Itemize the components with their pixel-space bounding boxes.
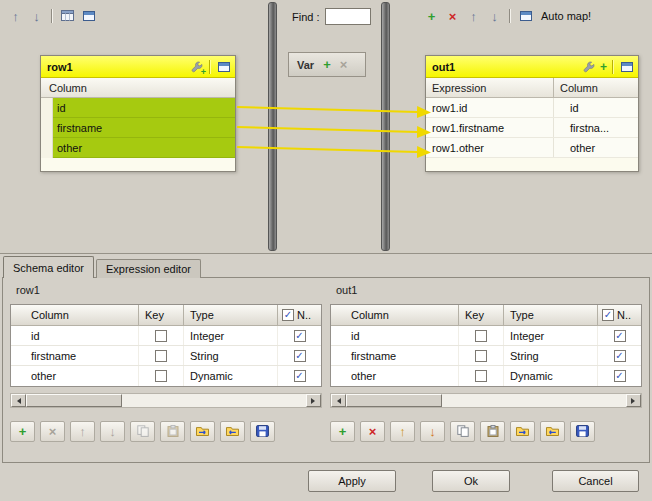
expression-cell[interactable]: row1.id	[426, 98, 554, 117]
type-header[interactable]: Type	[184, 305, 278, 325]
paste-button[interactable]	[480, 421, 505, 442]
find-input[interactable]	[325, 8, 371, 25]
tab-schema-editor[interactable]: Schema editor	[3, 256, 94, 278]
column-name-cell[interactable]: firstname	[11, 346, 139, 365]
schema-row-firstname[interactable]: firstname String	[11, 346, 321, 366]
add-column-button[interactable]: +	[600, 61, 607, 73]
expression-header[interactable]: Expression	[426, 78, 554, 97]
type-cell[interactable]: String	[184, 346, 278, 365]
window-view-button[interactable]	[79, 7, 98, 25]
column-header[interactable]: Column	[331, 305, 459, 325]
scroll-track[interactable]	[122, 394, 306, 407]
save-schema-button[interactable]	[250, 421, 275, 442]
column-header[interactable]: Column	[554, 78, 638, 97]
column-name-cell[interactable]: firstname	[331, 346, 459, 365]
column-name-cell[interactable]: other	[331, 366, 459, 386]
type-cell[interactable]: String	[504, 346, 598, 365]
scroll-left-button[interactable]	[11, 394, 26, 407]
type-header[interactable]: Type	[504, 305, 598, 325]
add-output-button[interactable]: +	[422, 7, 441, 25]
out1-row-other[interactable]: row1.otherother	[426, 138, 638, 158]
out1-row-id[interactable]: row1.idid	[426, 98, 638, 118]
nullable-checkbox[interactable]	[614, 350, 626, 362]
key-checkbox[interactable]	[155, 370, 167, 382]
remove-output-button[interactable]: ×	[443, 7, 462, 25]
column-name-cell[interactable]: other	[11, 366, 139, 386]
settings-wrench-plus-icon[interactable]: +	[189, 60, 204, 74]
move-down-button[interactable]: ↓	[27, 7, 46, 25]
minimize-window-icon[interactable]	[619, 60, 634, 74]
out1-title-bar[interactable]: out1 +	[426, 56, 638, 78]
row1-column-header[interactable]: Column	[41, 78, 235, 98]
scroll-left-button[interactable]	[331, 394, 346, 407]
move-up-output-button[interactable]: ↑	[464, 7, 483, 25]
add-var-button[interactable]: +	[323, 58, 331, 71]
copy-button[interactable]	[130, 421, 155, 442]
scroll-thumb[interactable]	[346, 394, 442, 407]
table-view-button[interactable]	[58, 7, 77, 25]
minimize-window-icon[interactable]	[216, 60, 231, 74]
schema-right-hscrollbar[interactable]	[330, 393, 642, 408]
add-column-button[interactable]: +	[10, 421, 35, 442]
move-up-button[interactable]: ↑	[6, 7, 25, 25]
remove-column-button[interactable]: ×	[40, 421, 65, 442]
move-down-output-button[interactable]: ↓	[485, 7, 504, 25]
move-down-button[interactable]: ↓	[420, 421, 445, 442]
move-up-button[interactable]: ↑	[70, 421, 95, 442]
remove-column-button[interactable]: ×	[360, 421, 385, 442]
apply-button[interactable]: Apply	[308, 470, 396, 492]
scroll-thumb[interactable]	[26, 394, 122, 407]
nullable-checkbox[interactable]	[294, 350, 306, 362]
key-checkbox[interactable]	[155, 350, 167, 362]
scroll-right-button[interactable]	[626, 394, 641, 407]
row1-row-firstname[interactable]: firstname	[41, 118, 235, 138]
scroll-right-button[interactable]	[306, 394, 321, 407]
mapping-link-firstname[interactable]	[237, 127, 417, 132]
key-checkbox[interactable]	[475, 330, 487, 342]
key-checkbox[interactable]	[475, 350, 487, 362]
add-column-button[interactable]: +	[330, 421, 355, 442]
type-cell[interactable]: Dynamic	[184, 366, 278, 386]
row1-title-bar[interactable]: row1 +	[41, 56, 235, 78]
nullable-checkbox[interactable]	[614, 330, 626, 342]
row1-row-id[interactable]: id	[41, 98, 235, 118]
key-checkbox[interactable]	[475, 370, 487, 382]
tab-expression-editor[interactable]: Expression editor	[96, 259, 201, 278]
scroll-track[interactable]	[442, 394, 626, 407]
type-cell[interactable]: Dynamic	[504, 366, 598, 386]
out1-row-firstname[interactable]: row1.firstnamefirstna...	[426, 118, 638, 138]
wrench-icon[interactable]	[582, 60, 597, 74]
nullable-checkbox[interactable]	[294, 330, 306, 342]
mapping-link-other[interactable]	[237, 147, 417, 152]
key-header[interactable]: Key	[139, 305, 184, 325]
window-view-button[interactable]	[516, 7, 535, 25]
nullable-checkbox[interactable]	[614, 370, 626, 382]
right-splitter-bar[interactable]	[381, 2, 390, 251]
move-up-button[interactable]: ↑	[390, 421, 415, 442]
left-splitter-bar[interactable]	[268, 2, 277, 251]
nullable-header[interactable]: N..	[278, 305, 321, 325]
schema-row-id[interactable]: id Integer	[11, 326, 321, 346]
key-checkbox[interactable]	[155, 330, 167, 342]
import-schema-button[interactable]	[510, 421, 535, 442]
type-cell[interactable]: Integer	[504, 326, 598, 345]
remove-var-button[interactable]: ×	[340, 58, 348, 71]
copy-button[interactable]	[450, 421, 475, 442]
column-name-cell[interactable]: id	[331, 326, 459, 345]
cancel-button[interactable]: Cancel	[552, 470, 639, 492]
type-cell[interactable]: Integer	[184, 326, 278, 345]
column-header[interactable]: Column	[11, 305, 139, 325]
mapping-link-id[interactable]	[237, 107, 417, 112]
export-schema-button[interactable]	[540, 421, 565, 442]
key-header[interactable]: Key	[459, 305, 504, 325]
schema-row-other[interactable]: other Dynamic	[331, 366, 641, 386]
column-name-cell[interactable]: id	[11, 326, 139, 345]
row1-row-other[interactable]: other	[41, 138, 235, 158]
move-down-button[interactable]: ↓	[100, 421, 125, 442]
ok-button[interactable]: Ok	[432, 470, 510, 492]
export-schema-button[interactable]	[220, 421, 245, 442]
schema-row-other[interactable]: other Dynamic	[11, 366, 321, 386]
nullable-checkbox[interactable]	[294, 370, 306, 382]
expression-cell[interactable]: row1.other	[426, 138, 554, 157]
schema-row-id[interactable]: id Integer	[331, 326, 641, 346]
